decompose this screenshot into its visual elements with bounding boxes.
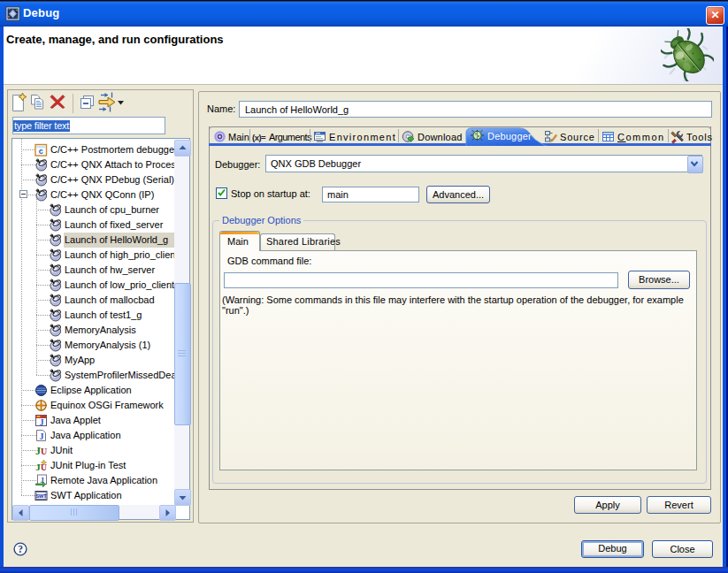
svg-text:U: U [41,447,47,456]
svg-text:J: J [40,432,44,441]
svg-text:J: J [40,418,44,427]
svg-text:c: c [39,147,43,156]
svg-text:?: ? [18,544,23,554]
svg-text:SWT: SWT [35,493,47,499]
